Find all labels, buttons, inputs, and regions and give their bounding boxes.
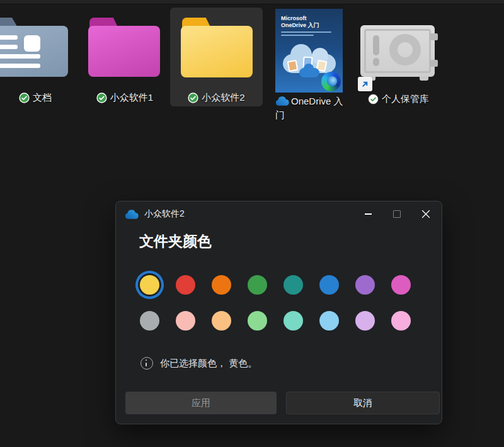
dialog-title: 小众软件2: [144, 208, 185, 220]
color-swatch[interactable]: [140, 311, 159, 331]
sync-check-icon-light: [368, 94, 379, 105]
color-swatch[interactable]: [284, 311, 303, 331]
color-swatch[interactable]: [176, 311, 195, 331]
color-swatch[interactable]: [248, 311, 267, 331]
color-swatch[interactable]: [355, 275, 375, 295]
desktop-item-personal-vault[interactable]: 个人保管库: [356, 19, 441, 107]
edge-logo-icon: [321, 72, 341, 91]
onedrive-cloud-icon: [275, 96, 289, 106]
pdf-thumbnail: Microsoft OneDrive 入门: [275, 9, 343, 93]
info-icon: [140, 357, 153, 370]
vault-safe-icon: [360, 25, 435, 77]
safe-handle: [373, 35, 379, 55]
color-swatch[interactable]: [176, 275, 195, 295]
folder-color-dialog: 小众软件2 文件夹颜色: [115, 201, 442, 424]
close-icon: [421, 210, 430, 218]
blue-cloud-glyph: [299, 68, 319, 77]
color-swatch[interactable]: [391, 275, 411, 295]
maximize-button[interactable]: [382, 201, 411, 227]
desktop-item-documents[interactable]: 文档: [0, 8, 71, 107]
dialog-heading: 文件夹颜色: [139, 232, 212, 251]
item-label: 小众软件2: [202, 92, 244, 104]
folder-icon-yellow: [181, 18, 253, 77]
desktop-item-folder-1[interactable]: 小众软件1: [83, 8, 166, 107]
top-strip: [0, 0, 504, 4]
photo-tile: [287, 60, 299, 72]
item-label-row: 小众软件2: [170, 92, 263, 104]
color-swatch[interactable]: [319, 275, 339, 295]
safe-dial: [389, 34, 421, 65]
folder-icon-documents: [0, 18, 68, 77]
sync-check-icon: [96, 93, 107, 103]
desktop-item-onedrive-pdf[interactable]: Microsoft OneDrive 入门 OneDrive 入门: [275, 9, 346, 122]
color-swatch[interactable]: [355, 311, 375, 331]
cancel-button[interactable]: 取消: [286, 392, 440, 414]
minimize-button[interactable]: [353, 201, 382, 227]
item-label: 小众软件1: [110, 92, 153, 104]
sync-check-icon: [188, 93, 198, 103]
color-swatch[interactable]: [391, 311, 411, 331]
item-label-row: OneDrive 入门: [275, 94, 346, 122]
apply-button[interactable]: 应用: [125, 392, 277, 414]
sync-check-icon: [19, 93, 30, 103]
document-lines-glyph: [0, 35, 42, 68]
desktop: 文档 小众软件1 小众软件2 Microsoft OneDrive 入门: [0, 0, 504, 447]
selection-info-text: 你已选择颜色， 黄色。: [160, 358, 257, 370]
item-label: 个人保管库: [382, 93, 429, 105]
color-swatch[interactable]: [212, 275, 231, 295]
minimize-icon: [365, 213, 372, 215]
color-swatch-grid: [140, 275, 411, 331]
color-swatch[interactable]: [284, 275, 303, 295]
shortcut-arrow-icon: [358, 77, 372, 91]
desktop-item-folder-2-selected[interactable]: 小众软件2: [170, 8, 263, 106]
selection-info-row: 你已选择颜色， 黄色。: [140, 357, 257, 370]
close-button[interactable]: [411, 201, 440, 227]
onedrive-cloud-icon: [125, 210, 139, 219]
swatch-row-1: [140, 275, 411, 295]
item-label-row: 个人保管库: [356, 93, 441, 105]
folder-icon-pink: [88, 18, 160, 77]
color-swatch[interactable]: [319, 311, 339, 331]
color-swatch-selected[interactable]: [140, 275, 159, 295]
item-label-row: 小众软件1: [83, 92, 166, 104]
item-label-row: 文档: [0, 92, 71, 104]
dialog-titlebar[interactable]: 小众软件2: [116, 201, 442, 227]
item-label: 文档: [33, 92, 52, 104]
color-swatch[interactable]: [248, 275, 267, 295]
pdf-title: Microsoft OneDrive 入门: [281, 15, 331, 29]
swatch-row-2: [140, 311, 411, 331]
maximize-icon: [393, 210, 401, 218]
color-swatch[interactable]: [212, 311, 231, 331]
